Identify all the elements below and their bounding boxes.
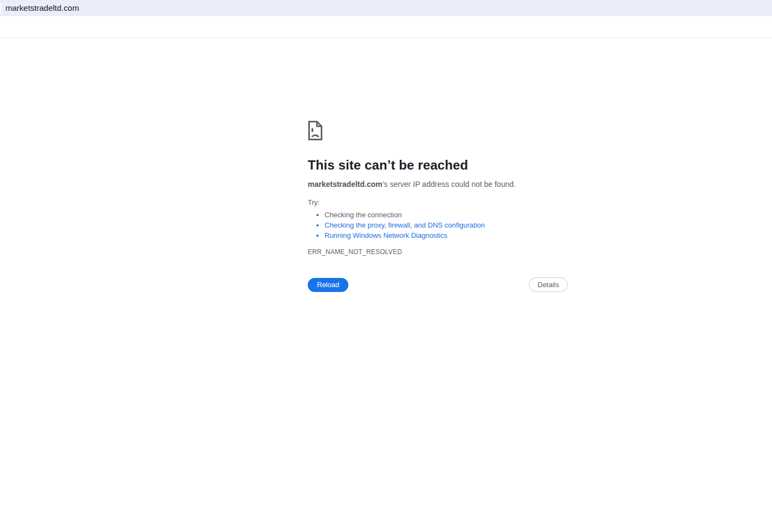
error-message: marketstradeltd.com’s server IP address … (308, 180, 568, 189)
suggestion-item: Running Windows Network Diagnostics (325, 230, 568, 241)
error-page: This site can’t be reached marketstradel… (308, 120, 568, 292)
tab-strip: marketstradeltd.com (0, 0, 772, 16)
details-button[interactable]: Details (529, 277, 568, 292)
active-tab-title[interactable]: marketstradeltd.com (5, 0, 79, 16)
error-message-rest: ’s server IP address could not be found. (382, 180, 516, 189)
suggestion-item: Checking the proxy, firewall, and DNS co… (325, 220, 568, 230)
suggestion-text: Checking the connection (325, 211, 401, 219)
suggestion-item: Checking the connection (325, 210, 568, 220)
browser-toolbar (0, 16, 772, 38)
network-diagnostics-link[interactable]: Running Windows Network Diagnostics (325, 231, 447, 239)
error-hostname: marketstradeltd.com (308, 180, 382, 189)
sad-file-icon (308, 120, 323, 141)
error-heading: This site can’t be reached (308, 158, 568, 173)
error-code: ERR_NAME_NOT_RESOLVED (308, 248, 568, 256)
proxy-firewall-dns-link[interactable]: Checking the proxy, firewall, and DNS co… (325, 221, 485, 229)
suggestion-list: Checking the connection Checking the pro… (308, 210, 568, 241)
tab-edge-notch (0, 2, 2, 14)
try-label: Try: (308, 198, 568, 206)
button-row: Reload Details (308, 277, 568, 292)
reload-button[interactable]: Reload (308, 278, 348, 292)
